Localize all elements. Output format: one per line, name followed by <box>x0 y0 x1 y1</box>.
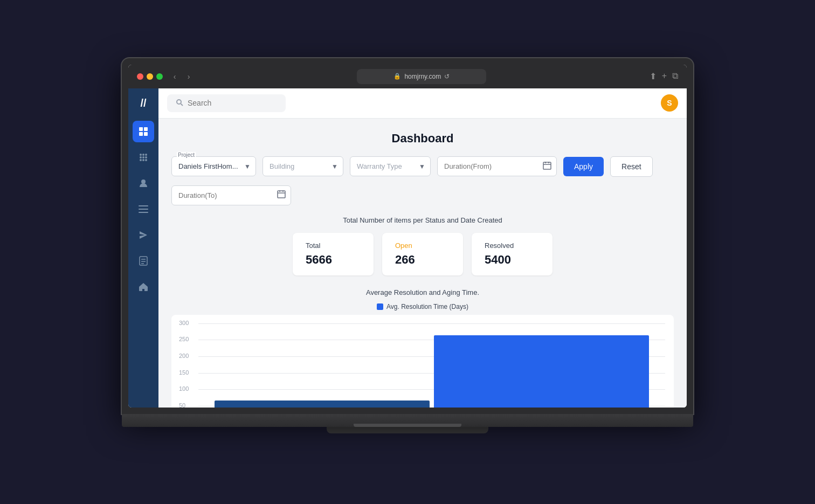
building-select[interactable]: Building <box>263 156 343 176</box>
total-label: Total <box>306 241 361 250</box>
laptop-stand <box>327 427 488 433</box>
sidebar-item-users[interactable] <box>133 172 154 194</box>
bars-container <box>198 323 665 408</box>
chart-legend: Avg. Resolution Time (Days) <box>171 303 674 310</box>
legend-item: Avg. Resolution Time (Days) <box>377 303 468 310</box>
sidebar-item-docs[interactable] <box>133 250 154 272</box>
address-bar[interactable]: 🔒 homjrny.com ↺ <box>357 69 486 84</box>
main-content: S Dashboard Project Daniels FirstHom... <box>158 88 687 408</box>
address-bar-area: 🔒 homjrny.com ↺ <box>201 69 643 84</box>
duration-to-wrap <box>171 185 291 205</box>
browser-actions: ⬆ + ⧉ <box>650 71 678 81</box>
duration-from-input[interactable] <box>437 156 557 176</box>
refresh-icon[interactable]: ↺ <box>444 73 450 80</box>
user-avatar[interactable]: S <box>661 94 678 112</box>
sidebar-item-home[interactable] <box>133 276 154 298</box>
svg-point-6 <box>145 154 147 156</box>
top-bar: S <box>158 88 687 119</box>
svg-point-12 <box>145 159 147 161</box>
resolved-label: Resolved <box>485 241 540 250</box>
svg-rect-16 <box>139 212 148 213</box>
warranty-select[interactable]: Warranty Type <box>350 156 431 176</box>
share-icon[interactable]: ⬆ <box>650 71 657 81</box>
svg-point-8 <box>142 156 144 158</box>
svg-rect-15 <box>139 209 148 210</box>
svg-point-11 <box>142 159 144 161</box>
search-icon <box>176 99 183 108</box>
svg-rect-1 <box>144 127 148 131</box>
bar-1 <box>215 401 430 407</box>
stats-row: Total 5666 Open 266 Resolved 5400 <box>171 233 674 275</box>
legend-color-dot <box>377 303 383 310</box>
minimize-button[interactable] <box>147 73 153 80</box>
new-tab-icon[interactable]: + <box>662 71 667 81</box>
forward-button[interactable]: › <box>183 71 194 82</box>
reset-button[interactable]: Reset <box>610 156 653 177</box>
filter-row-2 <box>171 185 674 205</box>
svg-point-21 <box>177 100 181 104</box>
warranty-filter-wrap: Warranty Type ▼ <box>350 156 431 176</box>
svg-line-22 <box>181 103 183 106</box>
bar-2 <box>434 335 649 408</box>
search-input[interactable] <box>188 99 274 107</box>
svg-point-5 <box>142 154 144 156</box>
apply-button[interactable]: Apply <box>563 157 604 176</box>
svg-point-4 <box>140 154 142 156</box>
sidebar-item-apps[interactable] <box>133 147 154 168</box>
svg-rect-0 <box>139 127 143 131</box>
total-stat-card: Total 5666 <box>293 233 374 275</box>
sidebar-item-list[interactable] <box>133 198 154 220</box>
svg-rect-14 <box>139 205 148 206</box>
open-value: 266 <box>395 253 450 267</box>
svg-point-7 <box>140 156 142 158</box>
duration-from-wrap <box>437 156 557 176</box>
laptop-base <box>122 414 693 427</box>
browser-navigation: ‹ › <box>169 71 194 82</box>
svg-point-10 <box>140 159 142 161</box>
building-filter-wrap: Building ▼ <box>263 156 343 176</box>
lock-icon: 🔒 <box>393 73 401 80</box>
svg-rect-2 <box>139 132 143 136</box>
svg-rect-3 <box>144 132 148 136</box>
svg-point-9 <box>145 156 147 158</box>
legend-label: Avg. Resolution Time (Days) <box>386 303 468 310</box>
sidebar-item-send[interactable] <box>133 224 154 246</box>
chart-title: Average Resolution and Aging Time. <box>171 288 674 296</box>
open-label: Open <box>395 241 450 250</box>
filter-row: Project Daniels FirstHom... ▼ Building <box>171 156 674 177</box>
url-text: homjrny.com <box>404 73 441 80</box>
project-label: Project <box>177 152 196 158</box>
bar-chart: 300 250 200 150 100 50 0 <box>171 315 674 408</box>
back-button[interactable]: ‹ <box>169 71 180 82</box>
stats-section-title: Total Number of items per Status and Dat… <box>171 216 674 224</box>
app-logo: // <box>135 95 152 112</box>
resolved-value: 5400 <box>485 253 540 267</box>
traffic-lights <box>137 73 163 80</box>
open-stat-card: Open 266 <box>382 233 463 275</box>
tabs-icon[interactable]: ⧉ <box>672 71 678 81</box>
search-box[interactable] <box>167 94 286 112</box>
total-value: 5666 <box>306 253 361 267</box>
svg-point-13 <box>141 179 146 184</box>
project-select[interactable]: Daniels FirstHom... <box>171 156 256 176</box>
project-filter-wrap: Project Daniels FirstHom... ▼ <box>171 156 256 176</box>
sidebar: // <box>128 88 158 408</box>
maximize-button[interactable] <box>156 73 163 80</box>
duration-to-input[interactable] <box>171 185 291 205</box>
close-button[interactable] <box>137 73 143 80</box>
resolved-stat-card: Resolved 5400 <box>472 233 552 275</box>
page-title: Dashboard <box>171 132 674 146</box>
sidebar-item-dashboard[interactable] <box>133 121 154 142</box>
browser-chrome: ‹ › 🔒 homjrny.com ↺ ⬆ + ⧉ <box>128 65 687 88</box>
content-area: Dashboard Project Daniels FirstHom... ▼ <box>158 119 687 408</box>
